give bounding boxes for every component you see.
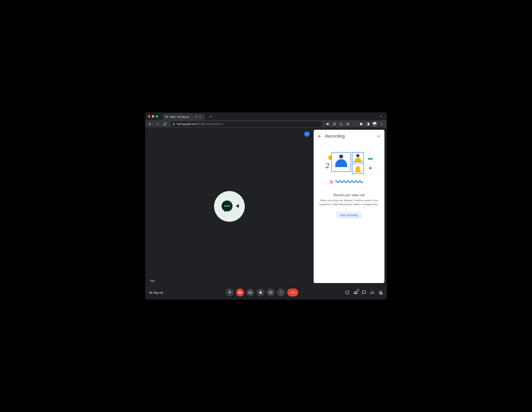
microphone-button[interactable] (226, 289, 234, 296)
meet-content: You Recording 2 (145, 127, 387, 285)
svg-point-13 (281, 291, 281, 292)
video-area: You (145, 127, 314, 285)
browser-menu-button[interactable] (378, 121, 384, 127)
camera-off-button[interactable] (236, 289, 244, 296)
toolbar-icons (325, 121, 385, 127)
more-options-button[interactable] (277, 289, 285, 296)
bottom-bar: ftk-rfkg-vdr CC 1 (145, 285, 387, 300)
raise-hand-button[interactable] (256, 289, 265, 296)
present-screen-button[interactable] (267, 289, 275, 296)
extensions-puzzle-icon[interactable] (358, 121, 364, 127)
share-icon[interactable] (338, 121, 344, 127)
svg-point-4 (353, 123, 356, 125)
recording-indicator-icon (195, 116, 197, 118)
self-label: You (150, 279, 155, 282)
activities-button[interactable] (370, 290, 375, 295)
bookmark-icon[interactable] (345, 121, 351, 127)
browser-window: Meet – ftk-rfkg-vdr × + meet.google.com/… (145, 112, 387, 300)
leave-call-button[interactable] (287, 289, 298, 296)
new-tab-button[interactable]: + (208, 114, 213, 119)
panel-title: Recording (325, 134, 373, 139)
maximize-window-button[interactable] (156, 115, 158, 118)
minimize-window-button[interactable] (152, 115, 154, 118)
participant-count-badge: 1 (357, 289, 360, 292)
meeting-details-button[interactable] (345, 290, 350, 295)
avatar-camera-icon (236, 204, 239, 208)
avatar-bubble-icon (221, 201, 233, 211)
panel-toggle-icon[interactable] (365, 121, 371, 127)
panel-heading: Record your video call (318, 193, 380, 197)
call-controls: CC (189, 289, 336, 296)
tab-title: Meet – ftk-rfkg-vdr (170, 116, 193, 118)
camera-permission-icon[interactable] (325, 121, 331, 127)
title-bar: Meet – ftk-rfkg-vdr × + (145, 112, 387, 120)
svg-rect-1 (165, 116, 166, 117)
svg-point-8 (381, 124, 382, 124)
reload-button[interactable] (162, 121, 168, 127)
captions-button[interactable]: CC (246, 289, 254, 296)
tabs-dropdown-button[interactable] (378, 115, 384, 118)
svg-point-14 (281, 292, 281, 293)
recording-illustration: 2 (327, 152, 371, 188)
right-toolbar: 1 (336, 290, 383, 295)
panel-description: When recording has finished, it will be … (318, 199, 380, 206)
svg-point-7 (381, 123, 382, 123)
self-avatar (214, 191, 245, 222)
extension-icon[interactable] (352, 121, 358, 127)
lock-icon (173, 123, 175, 125)
svg-rect-6 (368, 123, 369, 125)
tile-options-button[interactable] (304, 131, 310, 137)
close-window-button[interactable] (148, 115, 150, 118)
forward-button[interactable] (154, 121, 161, 127)
svg-text:CC: CC (249, 292, 251, 293)
close-tab-button[interactable]: × (199, 115, 202, 119)
meet-favicon-icon (165, 115, 168, 119)
panel-back-button[interactable] (318, 134, 322, 138)
window-controls (148, 115, 158, 118)
url-text: meet.google.com/ftk-rfkg-vdr?authuser=1 (177, 122, 224, 125)
start-recording-button[interactable]: Start recording (336, 212, 362, 219)
svg-rect-2 (165, 117, 166, 118)
recording-panel: Recording 2 Record your video call When … (314, 130, 384, 283)
meeting-id: ftk-rfkg-vdr (149, 291, 189, 294)
svg-rect-3 (166, 116, 167, 118)
profile-avatar[interactable] (371, 121, 378, 127)
people-button[interactable]: 1 (353, 290, 358, 295)
svg-point-9 (381, 125, 382, 125)
chat-button[interactable] (362, 290, 366, 295)
address-bar: meet.google.com/ftk-rfkg-vdr?authuser=1 (145, 120, 387, 127)
svg-point-19 (381, 293, 382, 294)
svg-point-15 (281, 293, 281, 294)
browser-tab[interactable]: Meet – ftk-rfkg-vdr × (163, 114, 204, 120)
host-controls-button[interactable] (378, 290, 383, 295)
panel-close-button[interactable] (377, 134, 380, 138)
url-field[interactable]: meet.google.com/ftk-rfkg-vdr?authuser=1 (170, 121, 322, 127)
back-button[interactable] (147, 121, 153, 127)
open-external-icon[interactable] (331, 121, 338, 127)
